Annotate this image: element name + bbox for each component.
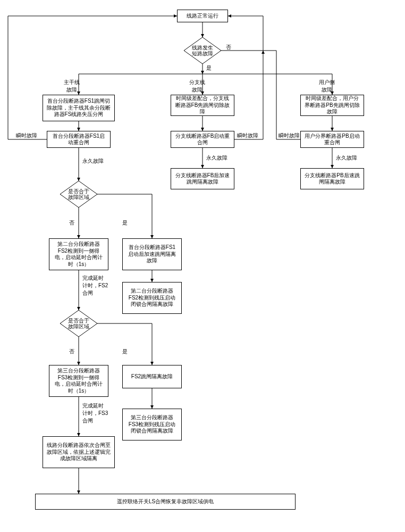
decision-d2: 是否合于故障区域 [60, 181, 97, 207]
user-u3: 分支线断路器PB后速跳闸隔离故障 [300, 168, 364, 189]
final-node: 遥控联络开关LS合闸恢复非故障区域供电 [35, 494, 296, 510]
label-transient-branch: 瞬时故障 [237, 132, 258, 139]
label-permanent-user: 永久故障 [336, 154, 357, 162]
label-user-branch: 用户侧故障 [319, 79, 335, 94]
label-permanent-main: 永久故障 [82, 157, 104, 165]
decision-d3-text: 是否合于故障区域 [63, 318, 95, 329]
decision-text: 线路发生短路故障 [187, 45, 218, 56]
start-node: 线路正常运行 [177, 10, 228, 22]
main-final-no: 线路分段断路器依次合闸至故障区域，依据上述逻辑完成故障区域隔离 [43, 436, 115, 468]
label-d2-no: 否 [69, 219, 74, 227]
main-yes-b1: 首台分段断路器FS1启动后加速跳闸隔离故障 [122, 238, 182, 270]
decision-d2-text: 是否合于故障区域 [63, 188, 95, 200]
branch-b2: 分支线断路器FB启动重合闸 [171, 131, 234, 148]
main-no-c1: 第三台分段断路器FS3检测到一侧得电，启动延时合闸计时（1s） [49, 365, 108, 397]
main-a2: 首台分段断路器FS1启动重合闸 [47, 131, 111, 148]
decision-short-circuit: 线路发生短路故障 [184, 37, 221, 64]
label-d2-yes: 是 [122, 219, 128, 227]
main-yes-c2: 第三台分段断路器FS3检测到残压启动闭锁合闸隔离故障 [122, 409, 182, 440]
label-delay2: 完成延时计时，FS3合闸 [82, 402, 108, 425]
label-sub-branch: 分支线故障 [189, 79, 205, 94]
label-d3-yes: 是 [122, 348, 128, 355]
user-u1: 时间级差配合，用户分界断路器PB先跳闸切除故障 [300, 95, 364, 116]
main-yes-b2: 第二台分段断路器FS2检测到残压启动闭锁合闸隔离故障 [122, 282, 182, 314]
label-permanent-branch: 永久故障 [206, 154, 227, 162]
label-delay1: 完成延时计时，FS2合闸 [82, 275, 108, 297]
label-d3-no: 否 [69, 348, 74, 355]
label-no: 否 [226, 44, 231, 51]
main-no-b1: 第二台分段断路器FS2检测到一侧得电，启动延时合闸计时（1s） [49, 238, 108, 270]
main-yes-c1: FS2跳闸隔离故障 [122, 365, 182, 388]
label-yes: 是 [206, 64, 212, 72]
decision-d3: 是否合于故障区域 [60, 310, 97, 337]
label-transient-user: 瞬时故障 [279, 132, 300, 139]
branch-b3: 分支线断路器FB后加速跳闸隔离故障 [171, 168, 234, 189]
branch-b1: 时间级差配合，分支线断路器FB先跳闸切除故障 [171, 95, 234, 116]
label-transient-main: 瞬时故障 [16, 132, 37, 139]
user-u2: 用户分界断路器PB启动重合闸 [300, 131, 364, 148]
main-a1: 首台分段断路器FS1跳闸切除故障，主干线其余分段断路器FS线路失压分闸 [43, 95, 115, 121]
label-main-branch: 主干线故障 [64, 79, 80, 94]
